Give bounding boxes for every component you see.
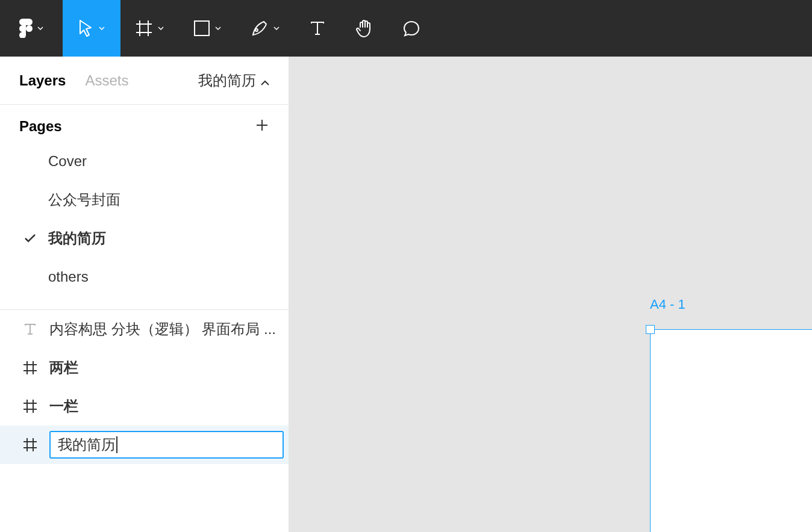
page-selector[interactable]: 我的简历 xyxy=(198,71,269,90)
layer-label: 内容构思 分块（逻辑） 界面布局 ... xyxy=(49,320,276,339)
frame-icon xyxy=(135,19,153,37)
main-area: Layers Assets 我的简历 Pages Cover 公众号封面 xyxy=(0,57,812,532)
hand-tool-button[interactable] xyxy=(341,0,388,57)
pages-title: Pages xyxy=(19,118,62,135)
shape-tool-button[interactable] xyxy=(178,0,236,57)
move-tool-button[interactable] xyxy=(63,0,120,57)
frame-layer-icon xyxy=(22,398,39,415)
layer-item-text[interactable]: 内容构思 分块（逻辑） 界面布局 ... xyxy=(0,310,289,348)
comment-icon xyxy=(402,19,420,37)
add-page-button[interactable] xyxy=(255,118,269,135)
selection-handle-top-left[interactable] xyxy=(646,325,655,334)
page-item-wechat-cover[interactable]: 公众号封面 xyxy=(0,181,289,219)
frame-tool-button[interactable] xyxy=(120,0,178,57)
layer-label: 两栏 xyxy=(49,358,78,377)
pages-list: Cover 公众号封面 我的简历 others xyxy=(0,142,289,310)
text-layer-icon xyxy=(22,321,39,338)
layer-item-frame-editing[interactable]: 我的简历 xyxy=(0,425,289,464)
chevron-down-icon xyxy=(158,26,164,30)
svg-rect-1 xyxy=(195,21,209,36)
tab-layers[interactable]: Layers xyxy=(19,72,66,89)
page-selector-label: 我的简历 xyxy=(198,71,256,90)
layer-item-frame-one-column[interactable]: 一栏 xyxy=(0,387,289,425)
chevron-down-icon xyxy=(215,26,221,30)
frame-title-label[interactable]: A4 - 1 xyxy=(650,297,686,312)
layer-item-frame-two-column[interactable]: 两栏 xyxy=(0,348,289,387)
toolbar xyxy=(0,0,812,57)
frame-layer-icon xyxy=(22,359,39,376)
hand-icon xyxy=(355,19,373,38)
rectangle-icon xyxy=(193,20,210,37)
page-item-others[interactable]: others xyxy=(0,258,289,296)
layer-rename-input[interactable]: 我的简历 xyxy=(49,431,284,459)
text-tool-button[interactable] xyxy=(294,0,341,57)
figma-logo-icon xyxy=(19,19,33,38)
main-menu-button[interactable] xyxy=(0,0,63,57)
page-item-my-resume[interactable]: 我的简历 xyxy=(0,219,289,258)
chevron-up-icon xyxy=(261,72,269,89)
chevron-down-icon xyxy=(37,26,43,30)
frame-layer-icon xyxy=(22,436,39,453)
left-panel: Layers Assets 我的简历 Pages Cover 公众号封面 xyxy=(0,57,289,532)
text-icon xyxy=(309,20,326,37)
move-cursor-icon xyxy=(78,19,94,37)
canvas-frame-a4[interactable] xyxy=(650,329,812,532)
pen-tool-button[interactable] xyxy=(236,0,294,57)
canvas[interactable]: A4 - 1 xyxy=(289,57,812,532)
page-item-cover[interactable]: Cover xyxy=(0,142,289,181)
panel-tabs: Layers Assets 我的简历 xyxy=(0,57,289,105)
layer-label: 一栏 xyxy=(49,397,78,416)
svg-point-0 xyxy=(26,25,33,32)
chevron-down-icon xyxy=(273,26,280,30)
pages-header: Pages xyxy=(0,105,289,142)
layer-rename-value: 我的简历 xyxy=(58,435,116,454)
layers-list: 内容构思 分块（逻辑） 界面布局 ... 两栏 一栏 我的简历 xyxy=(0,310,289,464)
comment-tool-button[interactable] xyxy=(388,0,435,57)
text-cursor xyxy=(116,436,117,453)
tab-assets[interactable]: Assets xyxy=(85,72,128,89)
check-icon xyxy=(24,230,36,247)
chevron-down-icon xyxy=(99,26,105,30)
pen-icon xyxy=(251,19,269,37)
